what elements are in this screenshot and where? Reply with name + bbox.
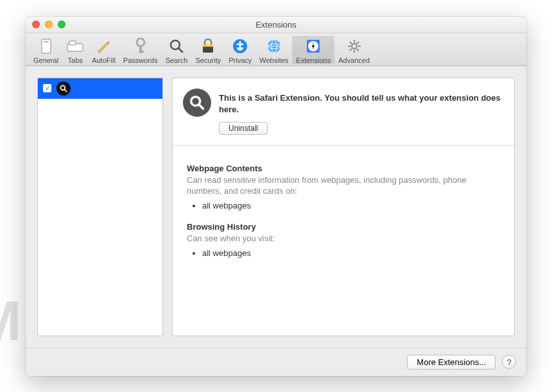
- gear-icon: [345, 37, 363, 55]
- uninstall-button[interactable]: Uninstall: [219, 122, 268, 135]
- lock-icon: [199, 37, 217, 55]
- toolbar-label: Passwords: [123, 56, 158, 64]
- close-button[interactable]: [32, 21, 40, 28]
- svg-rect-10: [203, 45, 213, 47]
- svg-point-30: [191, 96, 200, 105]
- toolbar-extensions[interactable]: Extensions: [292, 36, 334, 64]
- browsing-history-desc: Can see when you visit:: [187, 234, 500, 244]
- svg-line-31: [200, 105, 204, 109]
- svg-line-26: [350, 49, 352, 51]
- svg-rect-3: [69, 41, 76, 45]
- toolbar-advanced[interactable]: Advanced: [334, 36, 374, 64]
- toolbar-tabs[interactable]: Tabs: [62, 36, 88, 64]
- toolbar-passwords[interactable]: Passwords: [119, 36, 162, 64]
- window-title: Extensions: [255, 20, 297, 30]
- search-icon: [168, 37, 185, 55]
- svg-line-29: [65, 89, 67, 92]
- toolbar-autofill[interactable]: AutoFill: [88, 36, 119, 64]
- toolbar-search[interactable]: Search: [162, 36, 192, 64]
- preferences-window: Extensions General Tabs AutoFill Passwor…: [26, 17, 526, 376]
- tabs-icon: [66, 37, 84, 55]
- extensions-icon: [304, 37, 322, 55]
- toolbar-label: Security: [195, 56, 221, 64]
- extension-icon-large: [183, 89, 211, 117]
- window-controls: [32, 21, 65, 28]
- svg-rect-1: [44, 41, 49, 42]
- svg-line-8: [178, 48, 183, 53]
- detail-header: This is a Safari Extension. You should t…: [173, 78, 514, 146]
- browsing-history-title: Browsing History: [187, 222, 500, 232]
- toolbar-label: Privacy: [229, 56, 252, 64]
- websites-icon: [265, 37, 283, 55]
- search-extension-icon: [56, 81, 71, 96]
- svg-line-25: [357, 49, 359, 51]
- minimize-button[interactable]: [45, 21, 53, 28]
- footer: More Extensions... ?: [26, 348, 526, 376]
- toolbar-label: AutoFill: [92, 56, 116, 64]
- toolbar: General Tabs AutoFill Passwords Search: [26, 33, 526, 66]
- toolbar-label: Websites: [259, 56, 288, 64]
- list-item: all webpages: [202, 201, 500, 210]
- extension-description: This is a Safari Extension. You should t…: [219, 92, 504, 115]
- key-icon: [132, 37, 150, 55]
- svg-point-28: [60, 85, 65, 90]
- svg-rect-6: [139, 51, 144, 53]
- general-icon: [37, 37, 55, 55]
- toolbar-label: Search: [166, 56, 188, 64]
- titlebar: Extensions: [26, 17, 526, 33]
- webpage-contents-list: all webpages: [202, 201, 500, 210]
- autofill-icon: [94, 37, 112, 55]
- toolbar-general[interactable]: General: [30, 36, 62, 64]
- svg-point-19: [352, 44, 357, 49]
- list-item: all webpages: [202, 248, 500, 258]
- toolbar-label: Advanced: [338, 56, 370, 64]
- toolbar-websites[interactable]: Websites: [255, 36, 292, 64]
- help-button[interactable]: ?: [502, 355, 516, 369]
- svg-line-27: [357, 42, 359, 44]
- browsing-history-list: all webpages: [202, 248, 500, 258]
- toolbar-label: Extensions: [296, 56, 331, 64]
- svg-line-24: [350, 42, 352, 44]
- extension-checkbox[interactable]: ✓: [43, 84, 51, 92]
- permissions-section: Webpage Contents Can read sensitive info…: [173, 146, 514, 287]
- toolbar-label: Tabs: [68, 56, 83, 64]
- webpage-contents-title: Webpage Contents: [187, 164, 500, 173]
- svg-point-18: [312, 45, 315, 47]
- toolbar-security[interactable]: Security: [191, 36, 225, 64]
- more-extensions-button[interactable]: More Extensions...: [407, 355, 496, 370]
- extensions-sidebar: ✓: [37, 78, 163, 336]
- toolbar-privacy[interactable]: Privacy: [225, 36, 255, 64]
- privacy-icon: [231, 37, 249, 55]
- zoom-button[interactable]: [58, 21, 65, 28]
- extension-list-item[interactable]: ✓: [38, 78, 162, 99]
- svg-point-7: [171, 40, 180, 49]
- extension-detail-panel: This is a Safari Extension. You should t…: [172, 78, 515, 336]
- toolbar-label: General: [33, 56, 58, 64]
- detail-text: This is a Safari Extension. You should t…: [219, 89, 504, 135]
- svg-point-4: [137, 38, 144, 46]
- webpage-contents-desc: Can read sensitive information from webp…: [187, 175, 500, 197]
- content-area: ✓ This is a Safari Extension. You should…: [26, 66, 526, 348]
